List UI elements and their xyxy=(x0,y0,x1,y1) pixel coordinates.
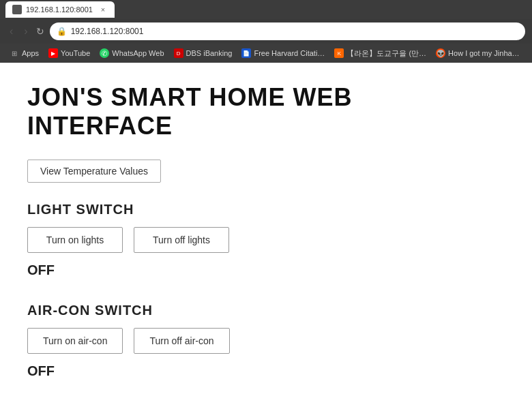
bookmark-youtube-label: YouTube xyxy=(61,49,90,57)
aircon-status: OFF xyxy=(27,363,505,379)
whatsapp-icon: ✆ xyxy=(100,48,109,58)
bookmark-korean[interactable]: K 【라온】도교구을 (만… xyxy=(330,47,430,60)
dbs-icon: D xyxy=(174,48,183,58)
bookmark-whatsapp-label: WhatsApp Web xyxy=(112,49,164,57)
light-switch-title: LIGHT SWITCH xyxy=(27,202,505,217)
apps-icon: ⊞ xyxy=(10,48,19,58)
reddit-icon: 👽 xyxy=(436,48,445,58)
page-title: JON'S SMART HOME WEB INTERFACE xyxy=(27,83,505,140)
url-text: 192.168.1.120:8001 xyxy=(71,27,144,36)
page-content: JON'S SMART HOME WEB INTERFACE View Temp… xyxy=(0,63,532,409)
bookmark-youtube[interactable]: ▶ YouTube xyxy=(44,47,94,59)
view-temperature-button[interactable]: View Temperature Values xyxy=(27,160,161,183)
aircon-switch-section: AIR-CON SWITCH Turn on air-con Turn off … xyxy=(27,303,505,379)
browser-chrome: 192.168.1.120:8001 × ‹ › ↻ 🔒 192.168.1.1… xyxy=(0,0,532,63)
forward-button[interactable]: › xyxy=(21,24,30,39)
bookmark-pdf[interactable]: 📄 Free Harvard Citati… xyxy=(237,47,329,59)
bookmark-reddit[interactable]: 👽 How I got my Jinha… xyxy=(432,47,524,59)
tab-bar: 192.168.1.120:8001 × xyxy=(0,0,532,19)
youtube-icon: ▶ xyxy=(48,48,58,58)
bookmark-whatsapp[interactable]: ✆ WhatsApp Web xyxy=(95,47,168,59)
bookmark-apps[interactable]: ⊞ Apps xyxy=(5,47,43,59)
url-bar[interactable]: 🔒 192.168.1.120:8001 xyxy=(50,22,525,40)
korean-icon: K xyxy=(334,48,344,58)
light-status: OFF xyxy=(27,262,505,278)
aircon-switch-title: AIR-CON SWITCH xyxy=(27,303,505,318)
tab-favicon xyxy=(12,5,22,14)
aircon-buttons-row: Turn on air-con Turn off air-con xyxy=(27,328,505,354)
bookmarks-bar: ⊞ Apps ▶ YouTube ✆ WhatsApp Web D DBS iB… xyxy=(0,44,532,63)
turn-on-lights-button[interactable]: Turn on lights xyxy=(27,227,123,253)
bookmark-reddit-label: How I got my Jinha… xyxy=(448,49,520,57)
light-switch-section: LIGHT SWITCH Turn on lights Turn off lig… xyxy=(27,202,505,278)
bookmark-dbs[interactable]: D DBS iBanking xyxy=(170,47,237,59)
bookmark-pdf-label: Free Harvard Citati… xyxy=(254,49,325,57)
bookmark-korean-label: 【라온】도교구을 (만… xyxy=(346,48,426,59)
lock-icon: 🔒 xyxy=(57,27,67,36)
tab-title: 192.168.1.120:8001 xyxy=(26,5,93,14)
bookmark-dbs-label: DBS iBanking xyxy=(186,49,233,57)
back-button[interactable]: ‹ xyxy=(7,24,16,39)
reload-button[interactable]: ↻ xyxy=(36,26,44,37)
turn-on-aircon-button[interactable]: Turn on air-con xyxy=(27,328,123,354)
turn-off-lights-button[interactable]: Turn off lights xyxy=(134,227,229,253)
pdf-icon: 📄 xyxy=(241,48,251,58)
active-tab[interactable]: 192.168.1.120:8001 × xyxy=(5,1,115,18)
light-buttons-row: Turn on lights Turn off lights xyxy=(27,227,505,253)
bookmark-apps-label: Apps xyxy=(22,49,39,57)
tab-close-button[interactable]: × xyxy=(98,5,108,14)
address-bar: ‹ › ↻ 🔒 192.168.1.120:8001 xyxy=(0,19,532,44)
turn-off-aircon-button[interactable]: Turn off air-con xyxy=(134,328,229,354)
